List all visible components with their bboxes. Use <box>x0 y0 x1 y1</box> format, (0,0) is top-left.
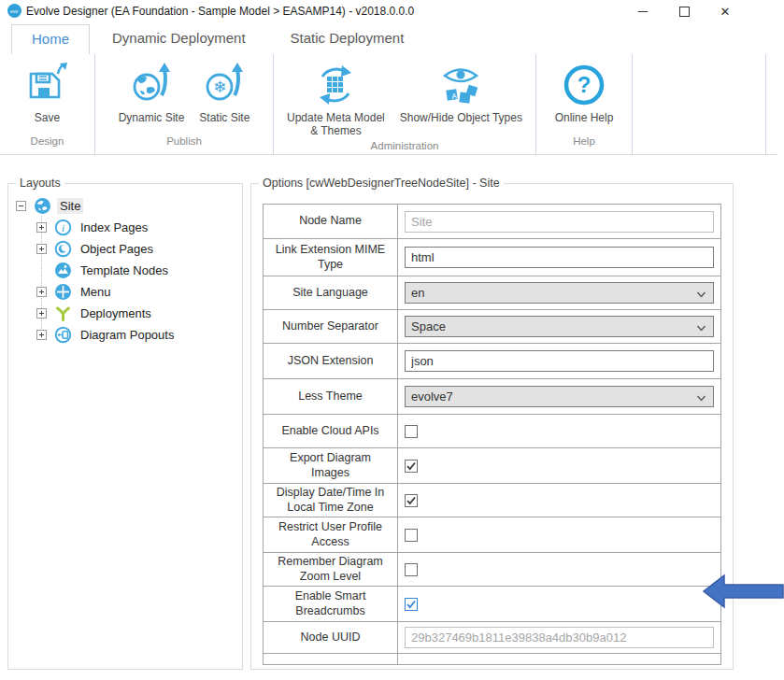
option-label: Export Diagram Images <box>269 451 392 480</box>
window-title: Evolve Designer (EA Foundation - Sample … <box>26 5 414 18</box>
tree-item-site[interactable]: Site <box>8 195 242 217</box>
deployments-icon <box>54 305 72 322</box>
layouts-tree: Site iIndex Pages Object Pages Template … <box>8 195 242 346</box>
template-nodes-icon <box>54 262 72 279</box>
tree-item-object-pages[interactable]: Object Pages <box>8 238 242 260</box>
expander-plus-icon[interactable] <box>36 308 47 319</box>
options-row-export-diagram-images: Export Diagram Images <box>264 447 720 483</box>
options-row-node-uuid: Node UUID <box>264 621 720 653</box>
option-value-cell <box>398 448 720 483</box>
options-row-node-name: Node Name <box>264 205 720 238</box>
expander-plus-icon[interactable] <box>36 222 47 233</box>
save-icon <box>24 62 71 108</box>
tab-dynamic-deployment[interactable]: Dynamic Deployment <box>90 24 268 54</box>
close-button[interactable]: ✕ <box>706 0 744 22</box>
tree-item-label[interactable]: Template Nodes <box>78 262 171 278</box>
option-label-cell: JSON Extension <box>264 344 398 378</box>
tree-item-label[interactable]: Deployments <box>78 305 154 321</box>
show-hide-object-types-button[interactable]: AShow/Hide Object Types <box>394 60 528 127</box>
ribbon-group-name: Administration <box>274 140 535 154</box>
option-value-cell <box>398 622 720 653</box>
option-value-cell: evolve7 <box>398 379 720 414</box>
option-label: Number Separator <box>282 319 378 334</box>
ribbon-group-spacer <box>633 54 766 154</box>
ribbon: SaveDesign Dynamic Site ❄ Static SitePub… <box>0 54 777 155</box>
layouts-panel: Layouts Site iIndex Pages Object Pages T… <box>7 183 243 670</box>
display-date-time-in-local-time-zone-checkbox[interactable] <box>405 494 418 507</box>
expander-minus-icon[interactable] <box>16 201 26 211</box>
tree-item-diagram-popouts[interactable]: Diagram Popouts <box>8 324 242 346</box>
option-label-cell: Remember Diagram Zoom Level <box>264 553 398 586</box>
tab-static-deployment[interactable]: Static Deployment <box>268 24 427 54</box>
option-label: Display Date/Time In Local Time Zone <box>269 486 392 515</box>
online-help-icon: ? <box>561 62 607 108</box>
option-value-cell <box>398 415 720 447</box>
ribbon-button-label: Save <box>35 112 60 125</box>
option-label-cell: Number Separator <box>264 310 398 343</box>
tree-item-label[interactable]: Index Pages <box>78 220 150 235</box>
online-help-button[interactable]: ?Online Help <box>549 60 620 127</box>
update-meta-model-icon <box>312 62 359 108</box>
options-row-number-separator: Number SeparatorSpace <box>264 309 720 343</box>
ribbon-button-label: Static Site <box>199 112 249 125</box>
number-separator-dropdown[interactable]: Space <box>405 316 714 337</box>
option-value-cell <box>398 239 720 276</box>
ribbon-button-label: Online Help <box>555 112 614 125</box>
ribbon-group-name: Publish <box>95 135 273 154</box>
option-value-cell <box>398 484 720 517</box>
options-row-json-extension: JSON Extension <box>264 343 720 378</box>
dynamic-site-icon <box>128 62 175 108</box>
ribbon-tab-bar: HomeDynamic DeploymentStatic Deployment <box>11 24 426 54</box>
option-label-cell: Restrict User Profile Access <box>264 517 398 552</box>
export-diagram-images-checkbox[interactable] <box>405 460 418 473</box>
tree-item-menu[interactable]: Menu <box>8 281 242 303</box>
tab-home[interactable]: Home <box>11 24 90 54</box>
minimize-button[interactable] <box>624 0 662 22</box>
option-label-cell: Node UUID <box>264 622 398 653</box>
tree-item-label[interactable]: Object Pages <box>78 241 156 257</box>
chevron-down-icon <box>696 392 706 406</box>
diagram-popouts-icon <box>54 326 72 344</box>
option-label: Restrict User Profile Access <box>269 520 392 549</box>
enable-cloud-apis-checkbox[interactable] <box>405 425 418 438</box>
ribbon-group-name: Design <box>0 135 94 154</box>
tree-item-label[interactable]: Site <box>57 198 83 214</box>
less-theme-dropdown[interactable]: evolve7 <box>405 386 714 407</box>
tree-item-index-pages[interactable]: iIndex Pages <box>8 217 242 238</box>
static-site-button[interactable]: ❄ Static Site <box>193 60 255 127</box>
ribbon-group-name: Help <box>536 135 632 154</box>
option-label-cell: Enable Cloud APIs <box>264 415 398 447</box>
option-label-cell: Link Extension MIME Type <box>264 239 398 276</box>
node-uuid-input <box>405 627 714 648</box>
link-extension-mime-type-input[interactable] <box>405 247 714 268</box>
maximize-button[interactable] <box>665 0 703 22</box>
expander-plus-icon[interactable] <box>36 244 47 254</box>
option-label: Remember Diagram Zoom Level <box>269 555 392 584</box>
layouts-panel-title: Layouts <box>16 177 64 190</box>
json-extension-input[interactable] <box>405 350 714 372</box>
option-label: Enable Smart Breadcrumbs <box>269 589 392 618</box>
enable-smart-breadcrumbs-checkbox[interactable] <box>405 598 418 611</box>
tree-item-label[interactable]: Menu <box>78 284 114 300</box>
expander-plus-icon[interactable] <box>36 287 47 297</box>
menu-icon <box>54 283 72 301</box>
options-panel-title: Options [cwWebDesignerTreeNodeSite] - Si… <box>259 177 504 190</box>
options-row-restrict-user-profile-access: Restrict User Profile Access <box>264 517 720 552</box>
tree-item-deployments[interactable]: Deployments <box>8 303 242 324</box>
node-name-input <box>405 211 714 233</box>
site-globe-icon <box>34 197 51 215</box>
object-pages-icon <box>54 240 72 258</box>
site-language-dropdown[interactable]: en <box>405 282 714 304</box>
expander-plus-icon[interactable] <box>36 330 47 340</box>
option-value-cell <box>398 587 720 621</box>
options-panel: Options [cwWebDesignerTreeNodeSite] - Si… <box>250 183 734 670</box>
tree-item-template-nodes[interactable]: Template Nodes <box>8 260 242 281</box>
chevron-down-icon <box>696 322 706 336</box>
save-button[interactable]: Save <box>19 60 77 127</box>
dynamic-site-button[interactable]: Dynamic Site <box>113 60 191 127</box>
option-value-cell <box>398 553 720 586</box>
tree-item-label[interactable]: Diagram Popouts <box>78 327 177 343</box>
remember-diagram-zoom-level-checkbox[interactable] <box>405 563 418 576</box>
restrict-user-profile-access-checkbox[interactable] <box>405 529 418 542</box>
update-meta-model-button[interactable]: Update Meta Model & Themes <box>281 60 391 140</box>
